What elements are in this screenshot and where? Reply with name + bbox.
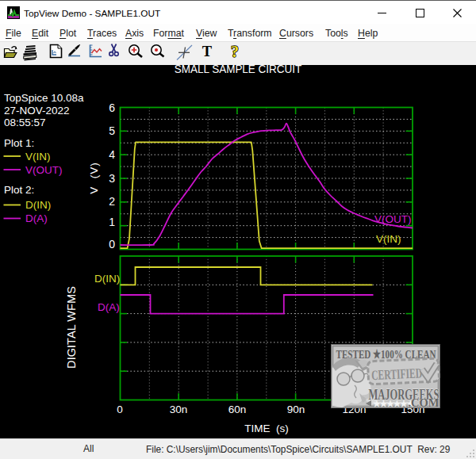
svg-text:CERTIFIED: CERTIFIED [371,365,423,383]
svg-text:.COM: .COM [408,396,439,409]
